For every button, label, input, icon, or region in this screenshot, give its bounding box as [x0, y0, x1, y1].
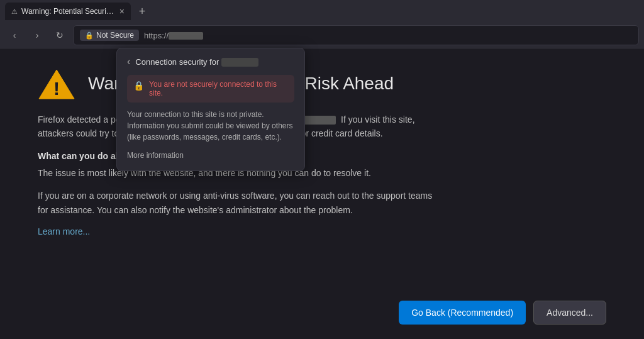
warning-triangle-icon: ! [38, 67, 75, 100]
popup-back-button[interactable]: ‹ [127, 56, 130, 67]
popup-more-info-link[interactable]: More information [127, 151, 184, 160]
active-tab[interactable]: ⚠ Warning: Potential Security Risk... × [5, 3, 131, 20]
popup-lock-icon: 🔒 [133, 81, 144, 91]
popup-domain: ██████ [221, 58, 258, 67]
new-tab-button[interactable]: + [133, 3, 151, 20]
learn-more-link[interactable]: Learn more... [38, 226, 90, 236]
advanced-button[interactable]: Advanced... [533, 301, 606, 325]
corporate-text: If you are on a corporate network or usi… [38, 189, 440, 217]
url-display: https://██████ [144, 31, 203, 40]
back-button[interactable]: ‹ [5, 26, 24, 45]
go-back-button[interactable]: Go Back (Recommended) [399, 301, 526, 325]
security-popup: ‹ Connection security for ██████ 🔒 You a… [116, 48, 305, 171]
forward-button[interactable]: › [28, 26, 47, 45]
popup-warning-text: You are not securely connected to this s… [149, 80, 288, 97]
popup-warning-box: 🔒 You are not securely connected to this… [127, 75, 294, 103]
action-buttons: Go Back (Recommended) Advanced... [399, 301, 606, 325]
svg-text:!: ! [53, 78, 60, 99]
nav-bar: ‹ › ↻ 🔒 Not Secure https://██████ [0, 23, 644, 48]
reload-button[interactable]: ↻ [50, 26, 69, 45]
lock-icon: 🔒 [85, 31, 94, 40]
not-secure-badge[interactable]: 🔒 Not Secure [80, 30, 139, 41]
tab-bar: ⚠ Warning: Potential Security Risk... × … [0, 0, 644, 23]
popup-body: Your connection to this site is not priv… [127, 109, 294, 143]
browser-chrome: ⚠ Warning: Potential Security Risk... × … [0, 0, 644, 48]
address-bar[interactable]: 🔒 Not Secure https://██████ [73, 25, 639, 45]
tab-title: Warning: Potential Security Risk... [21, 7, 114, 16]
page-content: ! Warning: Potential Security Risk Ahead… [0, 48, 644, 339]
not-secure-label: Not Secure [96, 31, 134, 40]
tab-close-button[interactable]: × [119, 6, 125, 16]
tab-warning-icon: ⚠ [11, 8, 18, 16]
popup-header: ‹ Connection security for ██████ [127, 56, 294, 67]
popup-title: Connection security for ██████ [135, 57, 258, 67]
